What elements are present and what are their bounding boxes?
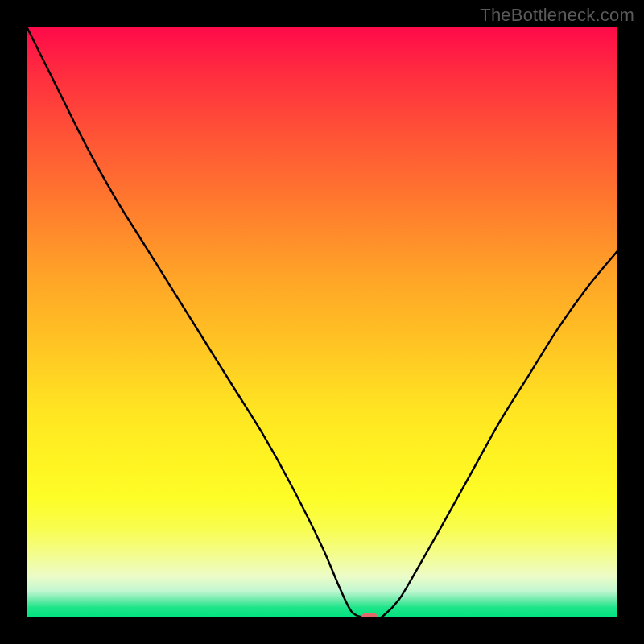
optimal-point-marker (361, 613, 378, 617)
plot-area (27, 27, 617, 617)
bottleneck-curve (27, 27, 617, 617)
watermark-text: TheBottleneck.com (480, 5, 634, 26)
chart-frame: TheBottleneck.com (0, 0, 644, 644)
